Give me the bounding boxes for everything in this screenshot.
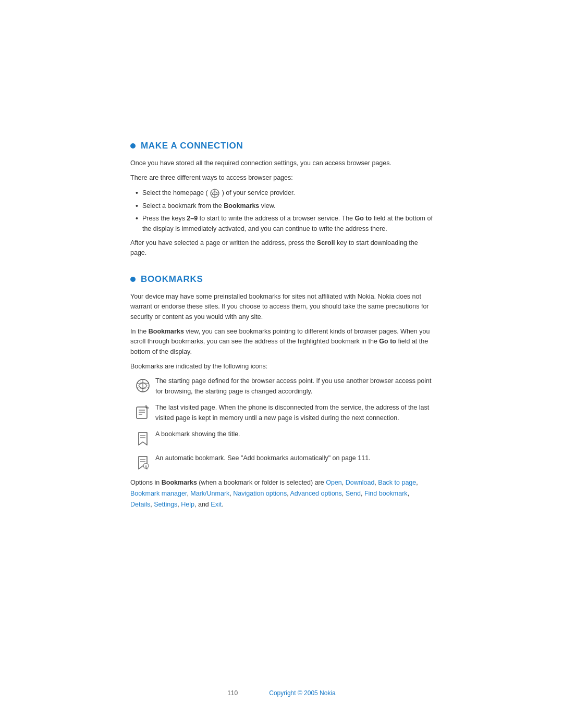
- last-visited-icon: [134, 404, 151, 421]
- option-details[interactable]: Details: [130, 501, 150, 508]
- list-item-homepage: Select the homepage ( ) of your service …: [136, 188, 433, 199]
- bookmark-title-icon: [134, 430, 151, 447]
- option-settings[interactable]: Settings: [154, 501, 177, 508]
- list-item-keys: Press the keys 2–9 to start to write the…: [136, 214, 433, 234]
- icon-text-bookmark-title: A bookmark showing the title.: [155, 429, 433, 439]
- options-bookmarks-bold: Bookmarks: [162, 479, 197, 486]
- bookmarks-para-3: Bookmarks are indicated by the following…: [130, 362, 433, 372]
- icon-text-last-visited: The last visited page. When the phone is…: [155, 403, 433, 423]
- make-connection-intro: Once you have stored all the required co…: [130, 158, 433, 168]
- icon-text-starting-page: The starting page defined for the browse…: [155, 376, 433, 397]
- icon-cell-last-visited: [130, 403, 155, 421]
- section-bookmarks: BOOKMARKS Your device may have some prei…: [130, 274, 433, 511]
- option-help[interactable]: Help: [181, 501, 194, 508]
- bookmarks-heading: BOOKMARKS: [130, 274, 433, 285]
- bookmarks-body: Your device may have some preinstalled b…: [130, 292, 433, 511]
- svg-text:A: A: [145, 465, 148, 468]
- starting-page-icon: [134, 377, 151, 394]
- option-find-bookmark[interactable]: Find bookmark: [364, 490, 408, 497]
- make-connection-list: Select the homepage ( ) of your service …: [136, 188, 433, 234]
- icon-row-starting-page: The starting page defined for the browse…: [130, 376, 433, 397]
- option-send[interactable]: Send: [346, 490, 361, 497]
- goto-field-bold: Go to: [379, 338, 396, 345]
- option-open[interactable]: Open: [326, 479, 342, 486]
- option-mark-unmark[interactable]: Mark/Unmark: [190, 490, 229, 497]
- option-download[interactable]: Download: [346, 479, 375, 486]
- icon-cell-starting: [130, 376, 155, 394]
- make-connection-title: MAKE A CONNECTION: [141, 141, 243, 151]
- option-back-to-page[interactable]: Back to page: [378, 479, 416, 486]
- icon-text-auto-bookmark: An automatic bookmark. See "Add bookmark…: [155, 453, 433, 463]
- page-container: MAKE A CONNECTION Once you have stored a…: [0, 0, 563, 728]
- bookmarks-options: Options in Bookmarks (when a bookmark or…: [130, 477, 433, 511]
- icon-row-last-visited: The last visited page. When the phone is…: [130, 403, 433, 423]
- bullet-dot-make-connection: [130, 143, 136, 149]
- option-exit[interactable]: Exit: [211, 501, 222, 508]
- icon-cell-bookmark-title: [130, 429, 155, 447]
- bookmarks-para-1: Your device may have some preinstalled b…: [130, 292, 433, 322]
- bookmarks-view-bold: Bookmarks: [149, 328, 184, 335]
- goto-bold: Go to: [355, 215, 372, 222]
- auto-bookmark-icon: A: [134, 454, 151, 471]
- svg-rect-3: [137, 407, 147, 418]
- page-number: 110: [227, 689, 238, 697]
- list-item-homepage-text: Select the homepage ( ) of your service …: [142, 188, 295, 199]
- bookmarks-para-2: In the Bookmarks view, you can see bookm…: [130, 327, 433, 357]
- keys-bold: 2–9: [187, 215, 198, 222]
- icon-row-auto-bookmark: A An automatic bookmark. See "Add bookma…: [130, 453, 433, 471]
- option-advanced-options[interactable]: Advanced options: [290, 490, 341, 497]
- list-item-bookmark: Select a bookmark from the Bookmarks vie…: [136, 201, 433, 212]
- option-navigation-options[interactable]: Navigation options: [233, 490, 287, 497]
- content-area: MAKE A CONNECTION Once you have stored a…: [130, 0, 433, 578]
- page-footer: 110 Copyright © 2005 Nokia: [0, 689, 563, 697]
- list-item-bookmark-text: Select a bookmark from the Bookmarks vie…: [142, 201, 276, 211]
- make-connection-body: Once you have stored all the required co…: [130, 158, 433, 258]
- bookmarks-title: BOOKMARKS: [141, 274, 203, 285]
- section-make-connection: MAKE A CONNECTION Once you have stored a…: [130, 141, 433, 258]
- scroll-bold: Scroll: [317, 239, 335, 246]
- icon-cell-auto-bookmark: A: [130, 453, 155, 471]
- copyright-text: Copyright © 2005 Nokia: [269, 689, 336, 697]
- make-connection-heading: MAKE A CONNECTION: [130, 141, 433, 151]
- option-bookmark-manager[interactable]: Bookmark manager: [130, 490, 187, 497]
- bullet-dot-bookmarks: [130, 277, 136, 282]
- bookmarks-bold: Bookmarks: [224, 202, 259, 209]
- homepage-icon: [210, 188, 220, 199]
- icon-row-bookmark-title: A bookmark showing the title.: [130, 429, 433, 447]
- after-bullets-text: After you have selected a page or writte…: [130, 238, 433, 258]
- make-connection-sub-intro: There are three different ways to access…: [130, 173, 433, 183]
- list-item-keys-text: Press the keys 2–9 to start to write the…: [142, 214, 433, 234]
